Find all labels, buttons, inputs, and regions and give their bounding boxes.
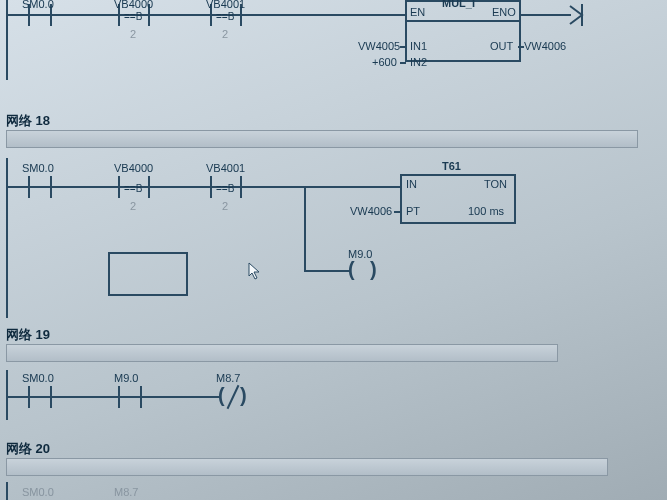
in1-val: VW4005 [358,40,400,52]
left-rail-17 [6,0,8,80]
network-19-comment-bar[interactable] [6,344,558,362]
network-19-title: 网络 19 [6,326,50,344]
cmp-op2: ==B [216,11,234,22]
mouse-cursor-icon [248,262,262,280]
c18-3a: VB4001 [206,162,245,174]
cmp-addr: VB4000 [114,0,153,10]
pin-in2: IN2 [410,56,427,68]
left-rail-19 [6,370,8,420]
rung19-wire [6,396,220,398]
timer-type: TON [484,178,507,190]
block-type: MUL_I [442,0,475,9]
not-slash-icon [227,385,240,409]
network-18-title: 网络 18 [6,112,50,130]
pin-eno: ENO [492,6,516,18]
cmp-addr2: VB4001 [206,0,245,10]
timer-name: T61 [442,160,461,172]
branch-h [304,270,350,272]
timer-ptlbl: PT [406,205,420,217]
coil-m87-label: M8.7 [216,372,240,384]
cmp-op: ==B [124,11,142,22]
timer-preset: 100 ms [468,205,504,217]
cmp-val2: 2 [222,28,228,40]
network-20-title: 网络 20 [6,440,50,458]
contact-label: SM0.0 [22,0,54,10]
network-18-comment-bar[interactable] [6,130,638,148]
c20-1: SM0.0 [22,486,54,498]
c18-3v: 2 [222,200,228,212]
pin-out: OUT [490,40,513,52]
c18-1: SM0.0 [22,162,54,174]
stub-out [518,46,524,48]
network-20-comment-bar[interactable] [6,458,608,476]
cmp-val: 2 [130,28,136,40]
c19-1: SM0.0 [22,372,54,384]
c18-2a: VB4000 [114,162,153,174]
timer-in: IN [406,178,417,190]
rung18-wire [6,186,402,188]
stub-in2 [400,62,406,64]
terminate-icon [568,4,588,28]
ghost-selection-box[interactable] [108,252,188,296]
pt-stub [394,211,402,213]
timer-pt-val: VW4006 [350,205,392,217]
coil-m90-label: M9.0 [348,248,372,260]
c19-2: M9.0 [114,372,138,384]
mul-divider [405,20,519,22]
c18-2o: ==B [124,183,142,194]
c18-3o: ==B [216,183,234,194]
in2-val: +600 [372,56,397,68]
eno-wire [519,14,571,16]
c18-2v: 2 [130,200,136,212]
left-rail-20 [6,482,8,500]
rung17-wire [6,14,406,16]
branch-v [304,186,306,272]
pin-in1: IN1 [410,40,427,52]
left-rail-18 [6,158,8,318]
c20-2: M8.7 [114,486,138,498]
stub-in1 [400,46,406,48]
out-val: VW4006 [524,40,566,52]
pin-en: EN [410,6,425,18]
